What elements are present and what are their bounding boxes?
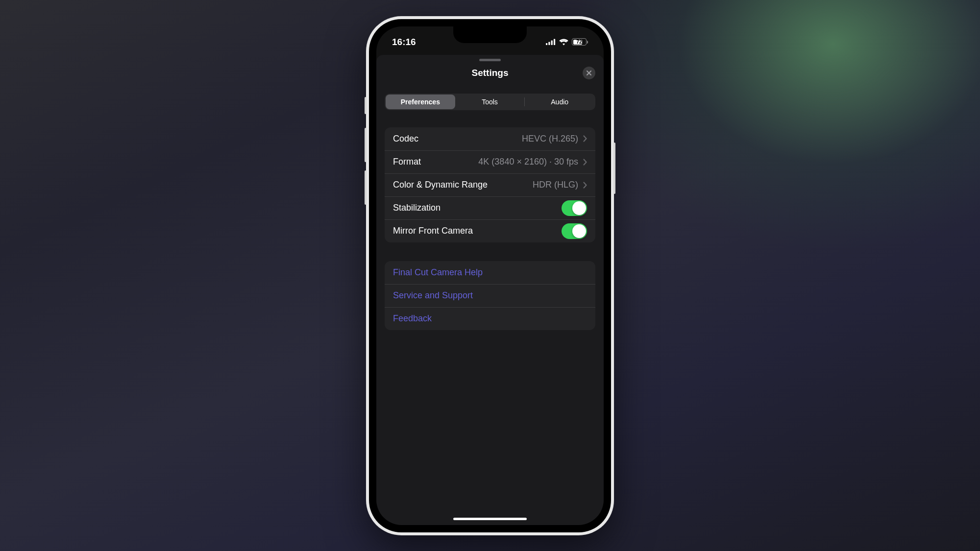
link-label: Service and Support: [393, 290, 473, 301]
tab-label: Audio: [551, 98, 568, 106]
tab-tools[interactable]: Tools: [455, 95, 525, 109]
volume-down-button: [365, 170, 367, 205]
close-icon: [586, 70, 592, 76]
battery-indicator: 72: [572, 38, 588, 46]
phone-screen: 16:16: [376, 26, 604, 525]
chevron-right-icon: [583, 182, 587, 189]
codec-row[interactable]: Codec HEVC (H.265): [385, 127, 595, 150]
volume-up-button: [365, 128, 367, 162]
sheet-header: Settings: [376, 61, 604, 85]
help-link[interactable]: Final Cut Camera Help: [385, 261, 595, 284]
status-bar: 16:16: [376, 26, 604, 52]
svg-rect-2: [551, 41, 553, 46]
mirror-front-camera-row: Mirror Front Camera: [385, 219, 595, 242]
link-label: Final Cut Camera Help: [393, 267, 483, 278]
feedback-link[interactable]: Feedback: [385, 307, 595, 330]
link-label: Feedback: [393, 313, 432, 324]
status-right: 72: [546, 38, 588, 46]
row-label: Color & Dynamic Range: [393, 180, 488, 190]
home-indicator[interactable]: [453, 518, 527, 520]
switch-knob: [572, 201, 586, 215]
row-value: HEVC (H.265): [522, 134, 578, 144]
settings-sheet: Settings Preferences Tools: [376, 55, 604, 525]
row-value: 4K (3840 × 2160) · 30 fps: [478, 157, 578, 167]
wifi-icon: [559, 39, 568, 46]
color-range-row[interactable]: Color & Dynamic Range HDR (HLG): [385, 173, 595, 196]
chevron-right-icon: [583, 135, 587, 142]
settings-group: Codec HEVC (H.265) Format 4K (3840 × 216…: [385, 127, 595, 242]
power-button: [613, 143, 615, 194]
svg-rect-0: [546, 43, 547, 45]
svg-rect-3: [554, 39, 555, 46]
phone-frame: 16:16: [366, 16, 614, 535]
close-button[interactable]: [583, 67, 595, 79]
sheet-title: Settings: [472, 68, 509, 78]
tab-label: Tools: [482, 98, 498, 106]
row-label: Codec: [393, 134, 418, 144]
stabilization-toggle[interactable]: [562, 200, 587, 216]
svg-rect-1: [548, 42, 550, 46]
tab-label: Preferences: [401, 98, 440, 106]
row-label: Mirror Front Camera: [393, 226, 473, 236]
row-value: HDR (HLG): [533, 180, 578, 190]
silence-switch: [365, 97, 367, 114]
cellular-signal-icon: [546, 39, 556, 45]
support-link[interactable]: Service and Support: [385, 284, 595, 307]
format-row[interactable]: Format 4K (3840 × 2160) · 30 fps: [385, 150, 595, 173]
row-label: Format: [393, 157, 421, 167]
tab-segmented-control: Preferences Tools Audio: [385, 94, 595, 110]
phone-bezel: 16:16: [369, 19, 611, 532]
links-group: Final Cut Camera Help Service and Suppor…: [385, 261, 595, 330]
stabilization-row: Stabilization: [385, 196, 595, 219]
tab-audio[interactable]: Audio: [525, 95, 594, 109]
mirror-toggle[interactable]: [562, 223, 587, 239]
switch-knob: [572, 224, 586, 238]
status-time: 16:16: [392, 37, 416, 48]
row-label: Stabilization: [393, 203, 441, 213]
chevron-right-icon: [583, 159, 587, 166]
tab-preferences[interactable]: Preferences: [386, 95, 455, 109]
battery-percentage: 72: [572, 39, 586, 45]
